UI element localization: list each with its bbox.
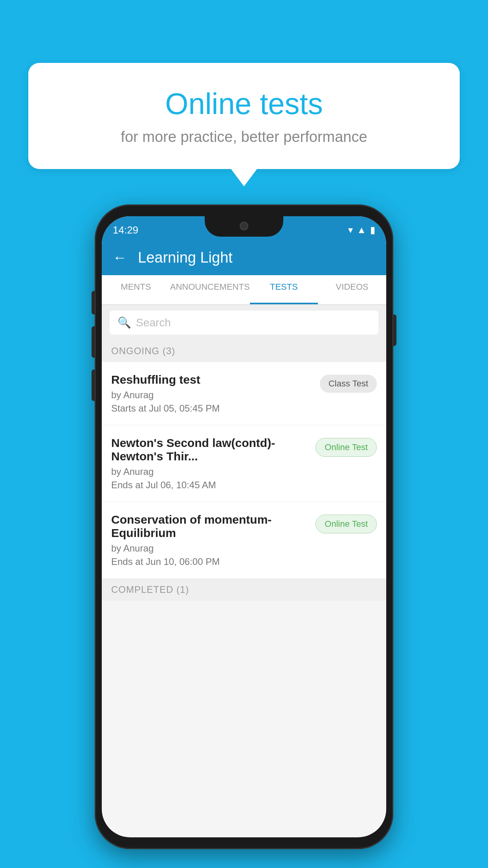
search-input[interactable]: Search [136, 316, 171, 329]
search-input-wrapper[interactable]: 🔍 Search [110, 311, 378, 335]
search-bar-container: 🔍 Search [102, 305, 386, 340]
phone-screen: 14:29 ▾ ▲ ▮ ← Learning Light MENTS ANNOU… [102, 216, 386, 837]
test-author-1: by Anurag [111, 390, 312, 401]
phone-volume-up-button [92, 326, 95, 358]
test-name-3: Conservation of momentum-Equilibrium [111, 513, 308, 540]
phone-bezel: 14:29 ▾ ▲ ▮ ← Learning Light MENTS ANNOU… [95, 204, 393, 849]
tab-announcements[interactable]: ANNOUNCEMENTS [170, 275, 250, 304]
test-name-2: Newton's Second law(contd)-Newton's Thir… [111, 436, 308, 463]
status-time: 14:29 [113, 224, 138, 236]
app-title: Learning Light [138, 249, 233, 266]
test-item-reshuffling[interactable]: Reshuffling test by Anurag Starts at Jul… [102, 362, 386, 425]
tab-tests[interactable]: TESTS [250, 275, 318, 304]
test-badge-2: Online Test [316, 438, 377, 457]
bubble-title: Online tests [44, 86, 444, 121]
phone-volume-down-button [92, 370, 95, 401]
tab-assignments[interactable]: MENTS [102, 275, 170, 304]
test-item-newtons[interactable]: Newton's Second law(contd)-Newton's Thir… [102, 425, 386, 502]
search-icon: 🔍 [117, 316, 131, 329]
test-date-2: Ends at Jul 06, 10:45 AM [111, 480, 308, 491]
phone-power-button [393, 314, 396, 346]
test-date-3: Ends at Jun 10, 06:00 PM [111, 556, 308, 567]
test-badge-1: Class Test [320, 375, 377, 393]
test-info-2: Newton's Second law(contd)-Newton's Thir… [111, 436, 308, 491]
wifi-icon: ▾ [348, 224, 353, 235]
tab-videos[interactable]: VIDEOS [318, 275, 386, 304]
promo-card: Online tests for more practice, better p… [28, 63, 460, 169]
test-info-1: Reshuffling test by Anurag Starts at Jul… [111, 373, 312, 414]
test-info-3: Conservation of momentum-Equilibrium by … [111, 513, 308, 567]
bubble-subtitle: for more practice, better performance [44, 129, 444, 145]
test-author-3: by Anurag [111, 543, 308, 554]
test-name-1: Reshuffling test [111, 373, 312, 386]
test-author-2: by Anurag [111, 466, 308, 477]
tab-bar: MENTS ANNOUNCEMENTS TESTS VIDEOS [102, 275, 386, 305]
signal-icon: ▲ [357, 224, 366, 235]
test-badge-3: Online Test [316, 515, 377, 533]
phone-mockup: 14:29 ▾ ▲ ▮ ← Learning Light MENTS ANNOU… [95, 204, 393, 849]
status-icons: ▾ ▲ ▮ [348, 224, 375, 235]
test-date-1: Starts at Jul 05, 05:45 PM [111, 403, 312, 414]
test-item-conservation[interactable]: Conservation of momentum-Equilibrium by … [102, 502, 386, 579]
phone-camera [240, 222, 248, 230]
phone-notch [205, 216, 283, 237]
battery-icon: ▮ [370, 224, 375, 235]
phone-mute-button [92, 291, 95, 314]
section-header-completed: COMPLETED (1) [102, 579, 386, 601]
section-header-ongoing: ONGOING (3) [102, 340, 386, 362]
app-header: ← Learning Light [102, 240, 386, 275]
test-list: Reshuffling test by Anurag Starts at Jul… [102, 362, 386, 579]
back-button[interactable]: ← [113, 249, 127, 266]
